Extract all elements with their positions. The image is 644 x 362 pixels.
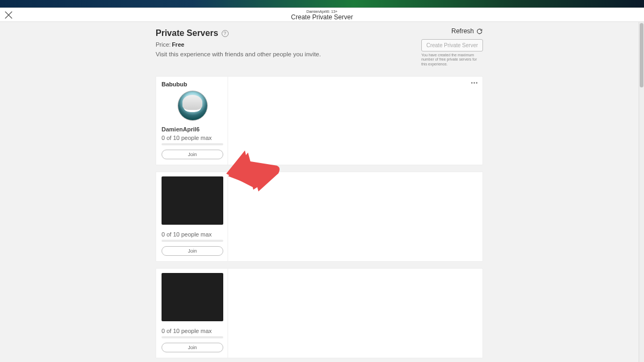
join-button[interactable]: Join (162, 343, 223, 352)
server-thumbnail (162, 273, 223, 321)
help-icon[interactable]: ? (222, 30, 229, 37)
price-value: Free (172, 41, 184, 48)
refresh-button[interactable]: Refresh (421, 27, 483, 35)
capacity-bar (162, 240, 223, 242)
server-card: 0 of 10 people max Join (156, 172, 483, 262)
capacity-bar (162, 143, 223, 145)
refresh-label: Refresh (451, 27, 474, 35)
player-count: 0 of 10 people max (162, 328, 223, 334)
section-description: Visit this experience with friends and o… (156, 51, 421, 57)
close-icon[interactable] (3, 10, 14, 20)
price-row: Price:Free (156, 41, 421, 48)
server-owner: DamienApril6 (162, 126, 223, 132)
modal-header: DamienApril6: 13+ Create Private Server (0, 8, 644, 22)
price-label: Price: (156, 41, 171, 48)
overflow-menu-icon[interactable]: ••• (471, 80, 478, 86)
backdrop-game-banner (0, 0, 644, 8)
player-count: 0 of 10 people max (162, 231, 223, 238)
modal-subtitle: DamienApril6: 13+ (306, 10, 338, 13)
join-button[interactable]: Join (162, 150, 223, 159)
max-servers-note: You have created the maximum number of f… (421, 53, 483, 67)
private-server-modal: DamienApril6: 13+ Create Private Server … (0, 8, 644, 362)
scrollbar-thumb[interactable] (640, 23, 643, 87)
content: Private Servers ? Price:Free Visit this … (156, 28, 483, 362)
avatar (178, 91, 208, 121)
server-card: 0 of 10 people max Join (156, 268, 483, 358)
player-count: 0 of 10 people max (162, 135, 223, 141)
join-button[interactable]: Join (162, 246, 223, 256)
modal-title: Create Private Server (291, 14, 353, 20)
server-card: ••• Babubub DamienApril6 0 of 10 people … (156, 76, 483, 165)
create-private-server-button: Create Private Server (421, 39, 483, 51)
server-name: Babubub (162, 81, 223, 87)
section-header: Private Servers ? Price:Free Visit this … (156, 28, 483, 67)
capacity-bar (162, 336, 223, 338)
server-thumbnail (162, 176, 223, 225)
refresh-icon (476, 28, 483, 35)
content-scroll[interactable]: Private Servers ? Price:Free Visit this … (0, 22, 639, 362)
section-title: Private Servers (156, 28, 218, 38)
server-list: ••• Babubub DamienApril6 0 of 10 people … (156, 76, 483, 362)
scrollbar[interactable] (639, 22, 644, 362)
